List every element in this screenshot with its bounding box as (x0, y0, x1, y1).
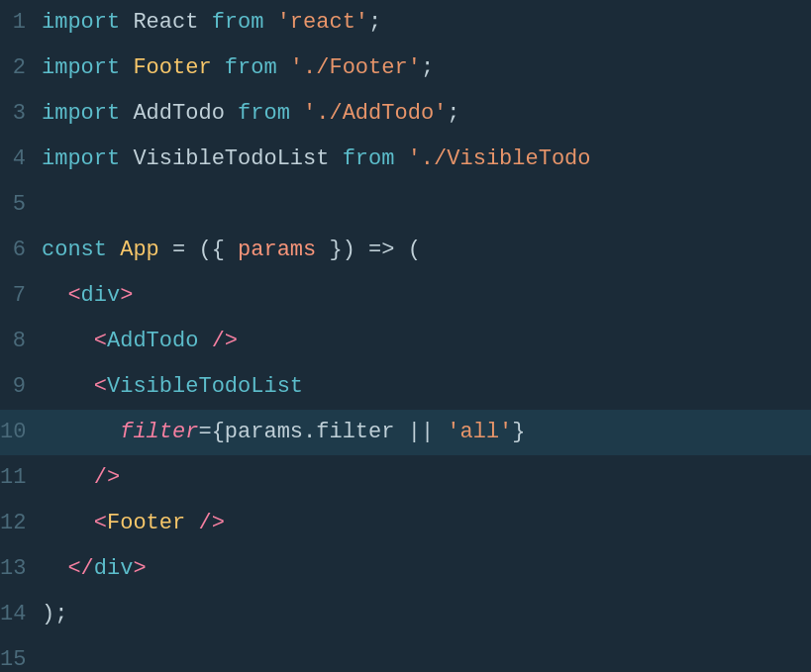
line-content: import VisibleTodoList from './VisibleTo… (42, 137, 811, 182)
token (225, 238, 238, 262)
line-number: 13 (0, 546, 42, 592)
code-line: 8 <AddTodo /> (0, 319, 811, 364)
token: const (42, 238, 107, 262)
token: /> (185, 511, 225, 535)
line-number: 11 (0, 455, 42, 501)
line-number: 7 (0, 273, 42, 319)
line-number: 14 (0, 592, 42, 637)
token: AddTodo (120, 101, 238, 126)
token: Footer (133, 55, 211, 80)
token: || (394, 420, 447, 444)
line-content (42, 182, 811, 228)
code-line: 13 </div> (0, 546, 811, 592)
token (290, 101, 303, 126)
token: from (225, 55, 277, 80)
token: Footer (107, 511, 185, 535)
token: < (94, 374, 107, 399)
token (42, 511, 94, 535)
line-number: 2 (0, 46, 42, 91)
code-editor: 1import React from 'react';2import Foote… (0, 0, 811, 672)
code-line: 12 <Footer /> (0, 501, 811, 546)
line-number: 3 (0, 91, 42, 137)
token: from (343, 146, 395, 171)
token: ) => ( (343, 238, 421, 262)
token: from (212, 10, 264, 35)
token (42, 283, 67, 308)
code-line: 6const App = ({ params }) => ( (0, 228, 811, 273)
token: > (120, 283, 133, 308)
line-content: <VisibleTodoList (42, 364, 811, 410)
token: import (42, 146, 120, 171)
token: < (94, 511, 107, 535)
token (212, 55, 225, 80)
code-line: 15 (0, 637, 811, 672)
token: = ( (159, 238, 212, 262)
token: ; (447, 101, 459, 126)
token: React (120, 10, 211, 35)
token: > (133, 556, 146, 581)
token: AddTodo (107, 329, 198, 353)
token: 'react' (277, 10, 368, 35)
line-content: const App = ({ params }) => ( (42, 228, 811, 273)
token: filter (120, 420, 198, 444)
token: ={ (198, 420, 224, 444)
token: import (42, 10, 120, 35)
token: './Footer' (290, 55, 421, 80)
token: './VisibleTodo (408, 146, 591, 171)
line-content: </div> (42, 546, 811, 592)
code-line: 4import VisibleTodoList from './VisibleT… (0, 137, 811, 182)
token (42, 465, 94, 490)
line-number: 5 (0, 182, 42, 228)
token: import (42, 101, 120, 126)
code-line: 7 <div> (0, 273, 811, 319)
token: /> (94, 465, 120, 490)
line-number: 9 (0, 364, 42, 410)
line-number: 15 (0, 637, 42, 672)
token: './AddTodo' (303, 101, 447, 126)
line-content (42, 637, 811, 672)
code-line: 2import Footer from './Footer'; (0, 46, 811, 91)
line-number: 12 (0, 501, 42, 546)
code-line: 11 /> (0, 455, 811, 501)
line-content: /> (42, 455, 811, 501)
token: VisibleTodoList (107, 374, 303, 399)
token (120, 55, 133, 80)
token: /> (198, 329, 238, 353)
token: App (120, 238, 159, 262)
line-number: 6 (0, 228, 42, 273)
token: import (42, 55, 120, 80)
code-line: 1import React from 'react'; (0, 0, 811, 46)
code-line: 10 filter={params.filter || 'all'} (0, 410, 811, 455)
token (42, 420, 120, 444)
code-line: 5 (0, 182, 811, 228)
token: from (238, 101, 290, 126)
token: ; (368, 10, 381, 35)
line-content: import Footer from './Footer'; (42, 46, 811, 91)
line-content: filter={params.filter || 'all'} (42, 410, 811, 455)
token (277, 55, 290, 80)
code-line: 14); (0, 592, 811, 637)
token: } (512, 420, 525, 444)
token: ; (421, 55, 434, 80)
token: params (238, 238, 316, 262)
line-content: import React from 'react'; (42, 0, 811, 46)
token: < (94, 329, 107, 353)
line-content: <Footer /> (42, 501, 811, 546)
line-number: 4 (0, 137, 42, 182)
token: { (212, 238, 225, 262)
token: 'all' (447, 420, 512, 444)
token: div (94, 556, 134, 581)
line-content: ); (42, 592, 811, 637)
token: params.filter (225, 420, 395, 444)
token (263, 10, 276, 35)
token (394, 146, 407, 171)
line-content: <div> (42, 273, 811, 319)
token: </ (67, 556, 93, 581)
token (42, 374, 94, 399)
token: ); (42, 602, 67, 626)
token (107, 238, 120, 262)
line-content: import AddTodo from './AddTodo'; (42, 91, 811, 137)
line-number: 1 (0, 0, 42, 46)
token: } (316, 238, 342, 262)
code-line: 9 <VisibleTodoList (0, 364, 811, 410)
